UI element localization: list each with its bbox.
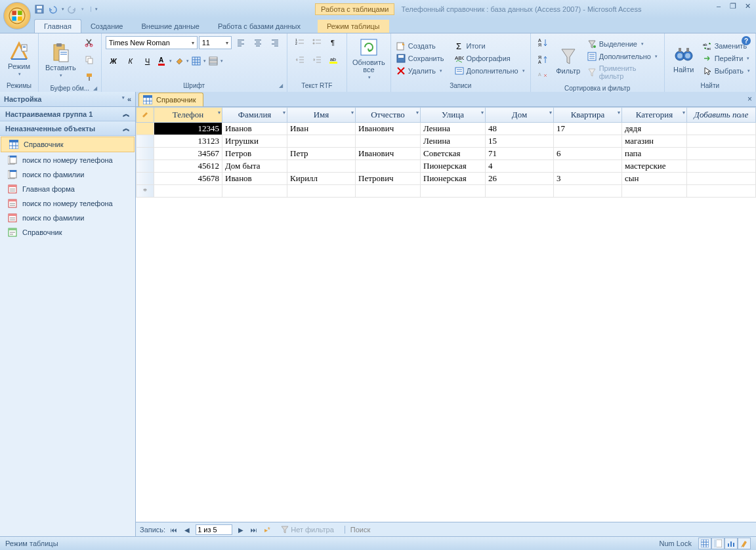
table-row[interactable]: 45678ИвановКириллПетровичПионерская263сы… xyxy=(136,173,756,185)
datasheet[interactable]: Телефон▾Фамилия▾Имя▾Отчество▾Улица▾Дом▾К… xyxy=(136,107,756,522)
col-header-6[interactable]: Квартира▾ xyxy=(554,108,622,123)
copy-button[interactable] xyxy=(81,52,97,68)
cell-otch[interactable] xyxy=(356,135,421,148)
col-header-4[interactable]: Улица▾ xyxy=(421,108,486,123)
qat-customize-icon[interactable]: ▾ xyxy=(91,7,98,12)
table-row[interactable]: 34567ПетровПетрИвановичСоветская716папа xyxy=(136,148,756,160)
spelling-button[interactable]: ABCОрфография xyxy=(453,53,526,64)
tab-dbtools[interactable]: Работа с базами данных xyxy=(209,20,310,33)
data-grid[interactable]: Телефон▾Фамилия▾Имя▾Отчество▾Улица▾Дом▾К… xyxy=(136,107,756,198)
cell-ul[interactable]: Ленина xyxy=(421,135,486,148)
cell-kat[interactable]: папа xyxy=(622,148,687,160)
pivot-table-view-button[interactable] xyxy=(711,538,724,549)
record-position-input[interactable] xyxy=(196,524,232,535)
cell-dom[interactable]: 15 xyxy=(486,135,554,148)
last-record-button[interactable]: ⏭ xyxy=(249,525,259,534)
cell-imya[interactable]: Петр xyxy=(287,148,356,160)
close-doc-button[interactable]: × xyxy=(747,95,752,104)
nav-pane-header[interactable]: Настройка ▾« xyxy=(0,92,135,107)
cell-dom[interactable]: 71 xyxy=(486,148,554,160)
minimize-button[interactable]: – xyxy=(714,2,723,11)
col-header-7[interactable]: Категория▾ xyxy=(622,108,687,123)
cell-fam[interactable]: Петров xyxy=(222,148,287,160)
dropdown-icon[interactable]: ▾ xyxy=(122,95,125,103)
cell-ul[interactable]: Пионерская xyxy=(421,173,486,185)
cell-kv[interactable]: 3 xyxy=(554,173,622,185)
column-dropdown-icon[interactable]: ▾ xyxy=(351,110,354,116)
table-row[interactable]: 13123ИгрушкиЛенина15магазин xyxy=(136,135,756,148)
nav-group-custom[interactable]: Настраиваемая группа 1︽ xyxy=(0,107,135,121)
nav-item-6[interactable]: Справочник xyxy=(0,225,135,240)
cell-imya[interactable] xyxy=(287,135,356,148)
sort-asc-button[interactable]: АЯ xyxy=(535,35,551,51)
cell-tel[interactable]: 34567 xyxy=(154,148,222,160)
save-record-button[interactable]: Сохранить xyxy=(395,53,446,64)
new-row-selector[interactable]: * xyxy=(136,185,154,198)
cell-empty[interactable] xyxy=(687,160,756,173)
help-icon[interactable]: ? xyxy=(742,36,751,45)
table-row[interactable]: 12345ИвановИванИвановичЛенина4817дядя xyxy=(136,123,756,135)
cell-ul[interactable]: Ленина xyxy=(421,123,486,135)
prev-record-button[interactable]: ◀ xyxy=(182,525,192,534)
row-selector[interactable] xyxy=(136,173,154,185)
column-dropdown-icon[interactable]: ▾ xyxy=(481,110,484,116)
bold-button[interactable]: Ж xyxy=(106,53,121,69)
datasheet-view-button[interactable] xyxy=(698,538,711,549)
cell-fam[interactable]: Дом быта xyxy=(222,160,287,173)
view-button[interactable]: Режим ▾ xyxy=(4,39,34,78)
column-dropdown-icon[interactable]: ▾ xyxy=(618,110,620,116)
undo-icon[interactable] xyxy=(47,4,58,14)
fill-color-button[interactable]: ▾ xyxy=(174,53,190,69)
cut-button[interactable] xyxy=(81,35,97,51)
column-dropdown-icon[interactable]: ▾ xyxy=(283,110,285,116)
cell-empty[interactable] xyxy=(687,148,756,160)
cell-dom[interactable]: 4 xyxy=(486,160,554,173)
filter-indicator[interactable]: Нет фильтра xyxy=(281,526,334,534)
more-button[interactable]: Дополнительно▾ xyxy=(453,66,526,76)
font-name-combo[interactable]: Times New Roman▾ xyxy=(106,36,198,49)
cell-kat[interactable]: сын xyxy=(622,173,687,185)
row-selector[interactable] xyxy=(136,148,154,160)
font-size-combo[interactable]: 11▾ xyxy=(199,36,232,49)
cell-kv[interactable] xyxy=(554,160,622,173)
save-icon[interactable] xyxy=(34,4,45,14)
add-field-column[interactable]: Добавить поле xyxy=(687,108,756,123)
nav-item-5[interactable]: поиск по фамилии xyxy=(0,211,135,225)
text-direction-button[interactable]: ¶ xyxy=(326,35,342,51)
cell-tel[interactable]: 45612 xyxy=(154,160,222,173)
tab-home[interactable]: Главная xyxy=(34,19,81,33)
paste-button[interactable]: Вставить ▾ xyxy=(43,41,79,79)
sort-desc-button[interactable]: ЯА xyxy=(535,52,551,68)
cell-fam[interactable]: Иванов xyxy=(222,173,287,185)
search-input[interactable] xyxy=(374,525,410,534)
col-header-1[interactable]: Фамилия▾ xyxy=(222,108,287,123)
col-header-5[interactable]: Дом▾ xyxy=(486,108,554,123)
cell-ul[interactable]: Советская xyxy=(421,148,486,160)
cell-empty[interactable] xyxy=(687,135,756,148)
col-header-0[interactable]: Телефон▾ xyxy=(154,108,222,123)
nav-item-0[interactable]: Справочник xyxy=(1,137,135,152)
cell-fam[interactable]: Игрушки xyxy=(222,135,287,148)
numbering-button[interactable]: 12 xyxy=(292,35,308,51)
align-left-button[interactable] xyxy=(233,35,249,51)
cell-kat[interactable]: мастерские xyxy=(622,160,687,173)
select-all-cell[interactable] xyxy=(136,108,154,123)
filter-button[interactable]: Фильтр xyxy=(553,44,583,76)
first-record-button[interactable]: ⏮ xyxy=(169,525,178,534)
cell-kat[interactable]: дядя xyxy=(622,123,687,135)
nav-item-4[interactable]: поиск по номеру телефона xyxy=(0,196,135,211)
cell-kv[interactable]: 17 xyxy=(554,123,622,135)
cell-empty[interactable] xyxy=(687,123,756,135)
row-selector[interactable] xyxy=(136,160,154,173)
format-painter-button[interactable] xyxy=(81,69,97,85)
cell-dom[interactable]: 26 xyxy=(486,173,554,185)
clear-sort-button[interactable]: А xyxy=(535,69,551,85)
close-button[interactable]: ✕ xyxy=(743,2,752,11)
table-row[interactable]: 45612Дом бытаПионерская4мастерские xyxy=(136,160,756,173)
column-dropdown-icon[interactable]: ▾ xyxy=(416,110,419,116)
nav-item-1[interactable]: поиск по номеру телефона xyxy=(0,153,135,167)
gridlines-button[interactable]: ▾ xyxy=(191,53,207,69)
column-dropdown-icon[interactable]: ▾ xyxy=(218,110,220,116)
nav-item-3[interactable]: Главная форма xyxy=(0,182,135,196)
bullets-button[interactable] xyxy=(309,35,325,51)
